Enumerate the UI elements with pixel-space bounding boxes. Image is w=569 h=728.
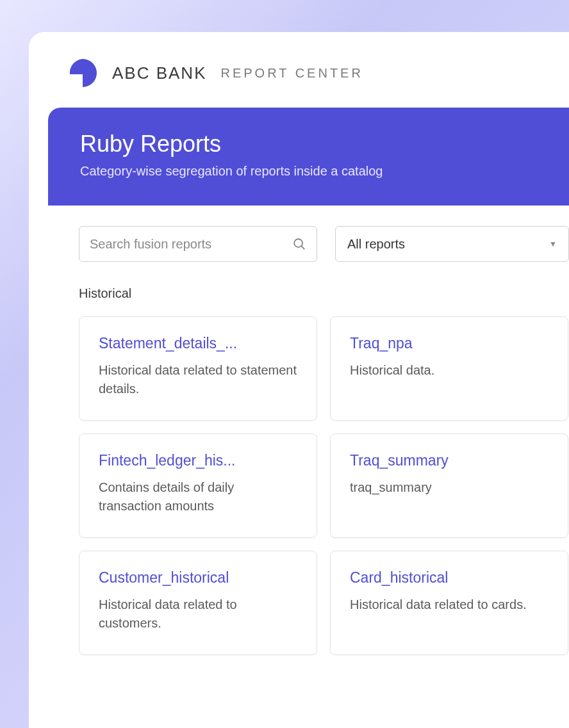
content-area: All reports ▼ Historical Statement_detai… [48, 206, 569, 675]
report-title: Card_historical [350, 569, 548, 586]
filter-selected-value: All reports [347, 237, 405, 252]
search-input[interactable] [90, 237, 292, 252]
header: ABC BANK REPORT CENTER [29, 32, 569, 108]
report-card[interactable]: Traq_npa Historical data. [330, 316, 568, 421]
report-description: Historical data related to cards. [350, 595, 548, 614]
hero-banner: Ruby Reports Category-wise segregation o… [48, 108, 569, 206]
report-title: Traq_npa [350, 335, 548, 352]
report-title: Fintech_ledger_his... [99, 452, 297, 469]
report-description: Contains details of daily transaction am… [99, 478, 297, 515]
app-window: ABC BANK REPORT CENTER Ruby Reports Cate… [29, 32, 569, 728]
svg-point-0 [294, 239, 302, 247]
reports-grid: Statement_details_... Historical data re… [79, 316, 569, 655]
report-card[interactable]: Traq_summary traq_summary [330, 433, 568, 538]
report-title: Customer_historical [99, 569, 297, 586]
search-icon [292, 237, 306, 251]
report-card[interactable]: Fintech_ledger_his... Contains details o… [79, 433, 317, 538]
page-title: Ruby Reports [80, 131, 531, 158]
report-card[interactable]: Card_historical Historical data related … [330, 551, 568, 655]
report-description: Historical data related to customers. [99, 595, 297, 633]
chevron-down-icon: ▼ [549, 239, 557, 248]
filter-dropdown[interactable]: All reports ▼ [335, 226, 569, 262]
report-description: Historical data. [350, 361, 548, 380]
page-subtitle: Category-wise segregation of reports ins… [80, 164, 531, 179]
svg-line-1 [301, 246, 304, 249]
controls-row: All reports ▼ [79, 226, 569, 262]
report-title: Traq_summary [350, 452, 548, 469]
report-title: Statement_details_... [99, 335, 297, 352]
section-label: Historical [79, 286, 569, 301]
report-description: Historical data related to statement det… [99, 361, 297, 398]
report-description: traq_summary [350, 478, 548, 497]
brand-logo-icon [67, 58, 98, 88]
brand-name: ABC BANK [112, 63, 207, 83]
report-card[interactable]: Statement_details_... Historical data re… [79, 316, 317, 421]
report-card[interactable]: Customer_historical Historical data rela… [79, 551, 317, 655]
search-box[interactable] [79, 226, 317, 262]
app-subtitle: REPORT CENTER [221, 66, 363, 81]
